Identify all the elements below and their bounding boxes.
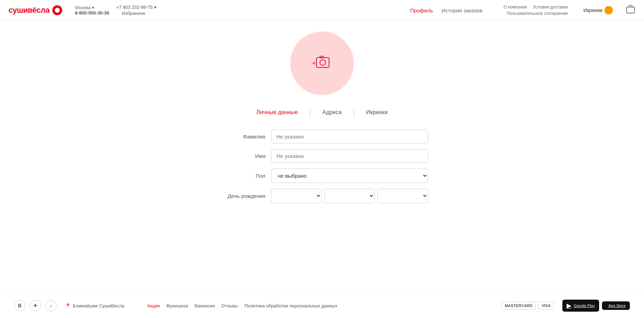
profile-tabs: Личные данные | Адреса | Икринки xyxy=(245,106,399,118)
logo-link[interactable]: сушивёсла xyxy=(8,5,62,15)
birthday-label: День рождения xyxy=(216,193,265,199)
app-badges: ▶ Google Play App Store xyxy=(562,300,630,312)
nav-order-history[interactable]: История заказов xyxy=(441,7,482,13)
footer-jobs-link[interactable]: Вакансии xyxy=(194,303,215,308)
chevron-down-icon: ▾ xyxy=(92,5,94,10)
tab-personal-data[interactable]: Личные данные xyxy=(245,106,309,118)
profile-form: Фамилия Имя Пол не выбрано Мужской Женск… xyxy=(216,130,428,203)
birthday-year-select[interactable]: 2024201020001995 1990198019701960 xyxy=(377,189,428,203)
svg-rect-2 xyxy=(316,58,329,67)
birthday-row: День рождения 12345 678910 1112131415 16… xyxy=(216,189,428,203)
header-links: О компании Условия доставки Пользователь… xyxy=(504,5,568,16)
firstname-label: Имя xyxy=(216,153,265,159)
header-contact: Москва ▾ 8-800-550-30-30 xyxy=(75,5,109,16)
nav-profile[interactable]: Профиль xyxy=(410,7,433,13)
user-button[interactable]: Икринки xyxy=(584,6,613,14)
phone-main: 8-800-550-30-30 xyxy=(75,10,109,16)
google-play-badge[interactable]: ▶ Google Play xyxy=(562,300,599,312)
social-links: В ✈ ♪ xyxy=(14,300,57,311)
about-link[interactable]: О компании xyxy=(504,5,527,10)
svg-text:+: + xyxy=(312,60,316,67)
footer-promo-link[interactable]: Акции xyxy=(147,303,160,308)
firstname-row: Имя xyxy=(216,149,428,163)
chevron-down-icon-alt: ▾ xyxy=(154,5,157,10)
app-store-badge[interactable]: App Store xyxy=(602,301,630,310)
google-play-label: Google Play xyxy=(574,304,595,308)
terms-link[interactable]: Пользовательское соглашение xyxy=(507,11,568,16)
logo-icon xyxy=(52,5,62,15)
visa-badge: VISA xyxy=(538,302,554,310)
phone-alt[interactable]: +7 903 232-96-75 ▾ xyxy=(116,5,157,10)
svg-point-3 xyxy=(320,60,326,65)
location-text: Ближайшие СушиВесла xyxy=(73,303,124,308)
vk-icon[interactable]: В xyxy=(14,300,25,311)
tiktok-icon[interactable]: ♪ xyxy=(45,300,57,311)
logo-text: сушивёсла xyxy=(8,6,49,15)
header: сушивёсла Москва ▾ 8-800-550-30-30 +7 90… xyxy=(0,0,644,21)
svg-rect-0 xyxy=(627,7,634,13)
firstname-input[interactable] xyxy=(271,149,428,163)
lastname-input[interactable] xyxy=(271,130,428,143)
svg-rect-4 xyxy=(320,56,323,58)
cart-button[interactable] xyxy=(626,4,636,16)
telegram-icon[interactable]: ✈ xyxy=(30,300,41,311)
app-store-label: App Store xyxy=(608,304,626,308)
favorites-link[interactable]: Избранное xyxy=(122,11,157,16)
user-label: Икринки xyxy=(584,7,602,13)
footer-franchise-link[interactable]: Франшиза xyxy=(166,303,188,308)
footer: В ✈ ♪ 📍 Ближайшие СушиВесла Акции Франши… xyxy=(0,293,644,318)
main-content: + Личные данные | Адреса | Икринки Фамил… xyxy=(0,21,644,293)
location-link[interactable]: 📍 Ближайшие СушиВесла xyxy=(65,303,124,308)
camera-icon: + xyxy=(311,53,333,73)
mastercard-badge: MASTERCARD xyxy=(502,302,535,310)
gender-row: Пол не выбрано Мужской Женский xyxy=(216,169,428,183)
location-pin-icon: 📍 xyxy=(65,303,71,308)
google-play-icon: ▶ xyxy=(567,302,572,310)
birthday-day-select[interactable]: 12345 678910 1112131415 1617181920 21222… xyxy=(271,189,322,203)
city-selector[interactable]: Москва ▾ xyxy=(75,5,109,10)
lastname-row: Фамилия xyxy=(216,130,428,143)
main-nav: Профиль История заказов xyxy=(410,7,482,13)
avatar-upload-button[interactable]: + xyxy=(290,31,354,95)
gender-select[interactable]: не выбрано Мужской Женский xyxy=(271,169,428,183)
footer-privacy-link[interactable]: Политика обработки персональных данных xyxy=(244,303,337,308)
gender-label: Пол xyxy=(216,173,265,179)
footer-reviews-link[interactable]: Отзывы xyxy=(221,303,238,308)
header-secondary: +7 903 232-96-75 ▾ Избранное xyxy=(116,5,157,16)
delivery-link[interactable]: Условия доставки xyxy=(533,5,568,10)
payment-methods: MASTERCARD VISA xyxy=(502,302,554,310)
tab-addresses[interactable]: Адреса xyxy=(311,106,353,118)
lastname-label: Фамилия xyxy=(216,134,265,140)
tab-ikriniki[interactable]: Икринки xyxy=(355,106,399,118)
birthday-month-select[interactable]: ЯнварьФевральМартАпрель МайИюньИюльАвгус… xyxy=(324,189,375,203)
user-avatar xyxy=(604,6,613,14)
footer-nav: Акции Франшиза Вакансии Отзывы Политика … xyxy=(147,303,338,308)
